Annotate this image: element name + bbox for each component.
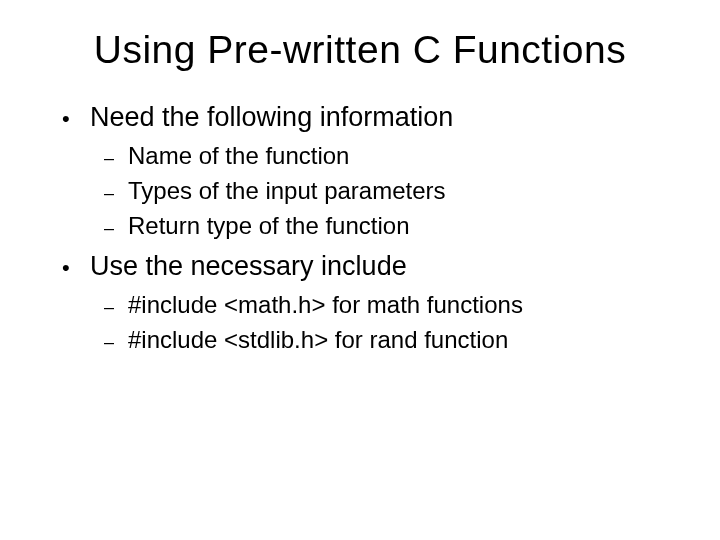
bullet-text: Types of the input parameters — [128, 177, 446, 205]
bullet-marker-icon: • — [62, 105, 90, 134]
bullet-marker-icon: • — [62, 254, 90, 283]
bullet-group: • Need the following information – Name … — [62, 102, 670, 241]
dash-marker-icon: – — [104, 330, 128, 355]
dash-marker-icon: – — [104, 295, 128, 320]
bullet-text: Name of the function — [128, 142, 349, 170]
bullet-level2: – Name of the function — [104, 142, 670, 171]
bullet-text: #include <math.h> for math functions — [128, 291, 523, 319]
bullet-level1: • Use the necessary include — [62, 251, 670, 283]
bullet-text: Use the necessary include — [90, 251, 407, 282]
dash-marker-icon: – — [104, 181, 128, 206]
bullet-level1: • Need the following information — [62, 102, 670, 134]
bullet-level2: – #include <math.h> for math functions — [104, 291, 670, 320]
slide: Using Pre-written C Functions • Need the… — [0, 0, 720, 540]
dash-marker-icon: – — [104, 146, 128, 171]
bullet-level2: – Types of the input parameters — [104, 177, 670, 206]
bullet-text: Return type of the function — [128, 212, 410, 240]
bullet-group: • Use the necessary include – #include <… — [62, 251, 670, 355]
bullet-level2: – #include <stdlib.h> for rand function — [104, 326, 670, 355]
bullet-level2: – Return type of the function — [104, 212, 670, 241]
dash-marker-icon: – — [104, 216, 128, 241]
bullet-text: #include <stdlib.h> for rand function — [128, 326, 508, 354]
bullet-text: Need the following information — [90, 102, 453, 133]
slide-content: • Need the following information – Name … — [50, 102, 670, 355]
slide-title: Using Pre-written C Functions — [50, 28, 670, 72]
